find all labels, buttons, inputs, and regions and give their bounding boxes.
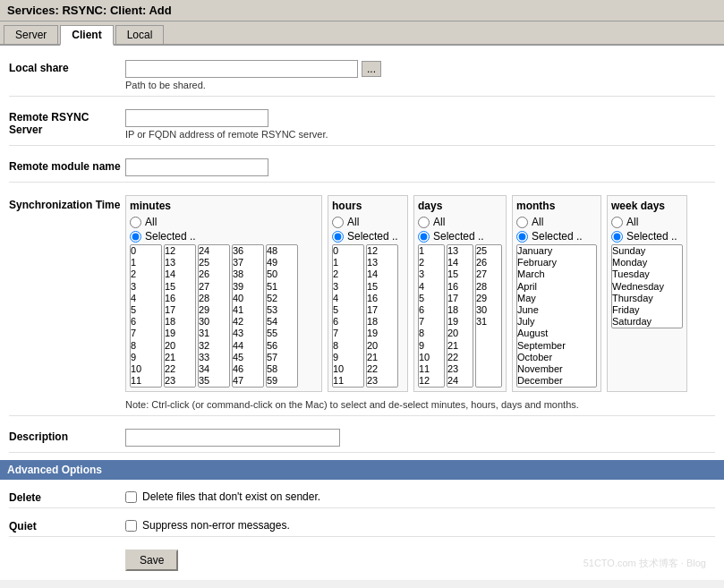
quiet-label: Quiet <box>9 519 125 533</box>
weekdays-select[interactable]: SundayMondayTuesday WednesdayThursdayFri… <box>611 244 683 328</box>
months-title: months <box>516 200 597 212</box>
quiet-row: Quiet Suppress non-error messages. <box>9 516 715 537</box>
minutes-title: minutes <box>130 200 318 212</box>
days-title: days <box>418 200 502 212</box>
weekdays-all-radio[interactable] <box>611 217 623 228</box>
days-all-radio[interactable] <box>418 217 430 228</box>
weekdays-selected-label: Selected .. <box>626 230 677 243</box>
remote-module-field <box>125 158 715 176</box>
minutes-select-3[interactable]: 24252627 28293031 32333435 <box>198 244 230 388</box>
minutes-all-label: All <box>145 216 157 228</box>
tab-client[interactable]: Client <box>60 25 113 46</box>
tab-local[interactable]: Local <box>115 25 165 44</box>
days-all-label: All <box>433 216 445 228</box>
local-share-row: Local share ... Path to be shared. <box>9 55 715 97</box>
hours-select-1[interactable]: 0123 4567 891011 <box>332 244 364 388</box>
description-input[interactable] <box>125 429 340 447</box>
weekdays-all-label: All <box>626 216 638 228</box>
minutes-all-radio[interactable] <box>130 217 141 228</box>
watermark: 51CTO.com 技术博客 · Blog <box>583 557 706 570</box>
hours-all-label: All <box>347 216 359 228</box>
local-share-hint: Path to be shared. <box>125 80 715 90</box>
remote-server-hint: IP or FQDN address of remote RSYNC serve… <box>125 129 715 140</box>
hours-selected-radio[interactable] <box>332 231 344 243</box>
sync-time-label: Synchronization Time <box>9 195 125 211</box>
days-listbox-container: 1234 5678 9101112 13141516 17181920 2122… <box>418 244 502 388</box>
page-title: Services: RSYNC: Client: Add <box>0 0 724 21</box>
months-all-radio[interactable] <box>516 217 528 228</box>
sync-note: Note: Ctrl-click (or command-click on th… <box>125 399 715 410</box>
months-selected-label: Selected .. <box>532 230 583 243</box>
minutes-all-radio-row: All <box>130 216 318 228</box>
days-select-1[interactable]: 1234 5678 9101112 <box>418 244 445 388</box>
local-share-label: Local share <box>9 60 125 74</box>
browse-button[interactable]: ... <box>362 61 381 77</box>
hours-all-radio[interactable] <box>332 217 344 228</box>
hours-selected-label: Selected .. <box>347 230 398 243</box>
months-all-label: All <box>532 216 543 228</box>
quiet-checkbox-label: Suppress non-error messages. <box>142 519 290 532</box>
hours-listbox-container: 0123 4567 891011 12131415 16171819 20212… <box>332 244 404 388</box>
minutes-selected-label: Selected .. <box>145 230 196 243</box>
description-field <box>125 429 715 447</box>
sync-time-content: minutes All Selected .. 0123 4567 891011 <box>125 195 715 410</box>
delete-checkbox[interactable] <box>125 491 137 503</box>
days-selected-radio[interactable] <box>418 231 430 243</box>
tab-server[interactable]: Server <box>4 25 58 44</box>
description-row: Description <box>9 423 715 453</box>
hours-title: hours <box>332 200 404 212</box>
minutes-select-4[interactable]: 36373839 40414243 44454647 <box>232 244 264 388</box>
weekdays-col: week days All Selected .. SundayMondayTu… <box>607 195 687 392</box>
minutes-selected-radio[interactable] <box>130 231 141 243</box>
form-content: Local share ... Path to be shared. Remot… <box>0 46 724 580</box>
local-share-field: ... Path to be shared. <box>125 60 715 90</box>
weekdays-title: week days <box>611 200 683 212</box>
remote-server-input[interactable] <box>125 109 268 127</box>
remote-server-row: Remote RSYNC Server IP or FQDN address o… <box>9 104 715 146</box>
advanced-options-header: Advanced Options <box>0 460 724 480</box>
local-share-input[interactable] <box>125 60 358 78</box>
description-label: Description <box>9 429 125 443</box>
delete-content: Delete files that don't exist on sender. <box>125 490 320 503</box>
minutes-listbox-container: 0123 4567 891011 12131415 16171819 20212… <box>130 244 318 388</box>
delete-row: Delete Delete files that don't exist on … <box>9 487 715 508</box>
hours-select-2[interactable]: 12131415 16171819 20212223 <box>366 244 398 388</box>
days-select-3[interactable]: 25262728 293031 <box>475 244 502 388</box>
minutes-selected-radio-row: Selected .. <box>130 230 318 243</box>
minutes-select-1[interactable]: 0123 4567 891011 <box>130 244 162 388</box>
minutes-col: minutes All Selected .. 0123 4567 891011 <box>125 195 322 392</box>
title-bar: Services: RSYNC: Client: Add <box>0 0 724 21</box>
sync-time-row: Synchronization Time minutes All Selecte… <box>9 190 715 416</box>
months-col: months All Selected .. JanuaryFebruaryMa… <box>512 195 601 392</box>
remote-module-input[interactable] <box>125 158 268 176</box>
delete-checkbox-label: Delete files that don't exist on sender. <box>142 490 320 503</box>
sync-columns: minutes All Selected .. 0123 4567 891011 <box>125 195 715 392</box>
save-button[interactable]: Save <box>125 550 178 571</box>
quiet-content: Suppress non-error messages. <box>125 519 290 532</box>
months-select[interactable]: JanuaryFebruaryMarch AprilMayJune JulyAu… <box>516 244 597 388</box>
remote-module-label: Remote module name <box>9 158 125 173</box>
hours-col: hours All Selected .. 0123 4567 891011 <box>328 195 408 392</box>
days-select-2[interactable]: 13141516 17181920 21222324 <box>447 244 473 388</box>
remote-module-row: Remote module name <box>9 153 715 183</box>
minutes-select-2[interactable]: 12131415 16171819 20212223 <box>164 244 196 388</box>
delete-label: Delete <box>9 490 125 504</box>
tab-bar: Server Client Local <box>0 21 724 46</box>
remote-server-field: IP or FQDN address of remote RSYNC serve… <box>125 109 715 140</box>
minutes-select-5[interactable]: 48495051 52535455 56575859 <box>266 244 298 388</box>
days-col: days All Selected .. 1234 5678 9101112 <box>413 195 507 392</box>
quiet-checkbox[interactable] <box>125 520 137 532</box>
weekdays-selected-radio[interactable] <box>611 231 623 243</box>
remote-server-label: Remote RSYNC Server <box>9 109 125 136</box>
days-selected-label: Selected .. <box>433 230 484 243</box>
months-selected-radio[interactable] <box>516 231 528 243</box>
